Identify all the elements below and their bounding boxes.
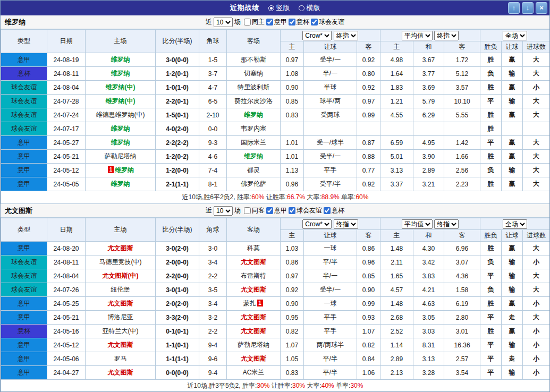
subcol-avg-home: 主 — [380, 230, 413, 242]
result-goals: 大 — [523, 269, 550, 283]
filter-checkbox[interactable] — [289, 207, 295, 214]
team-name: 特里波利斯 — [238, 83, 269, 91]
handicap-line: 受半/一 — [304, 283, 357, 297]
filter-option[interactable]: 同客 — [244, 206, 265, 215]
handicap-line: 平手 — [304, 325, 357, 338]
result-goals: 大 — [523, 67, 550, 81]
average-select[interactable]: 平均值 — [402, 31, 433, 40]
filter-option[interactable]: 意杯 — [324, 206, 344, 215]
average-final-select[interactable]: 终指 — [434, 31, 459, 40]
team-name: 尤文图斯 — [108, 341, 133, 348]
fulltime-select[interactable]: 全场 — [503, 219, 527, 229]
result-handicap: 赢 — [502, 242, 523, 255]
summary-segment: 单率: — [340, 193, 356, 201]
move-up-button[interactable]: ↑ — [508, 2, 520, 14]
filter-checkbox[interactable] — [244, 207, 251, 214]
filter-option[interactable]: 球会友谊 — [289, 206, 322, 215]
match-date: 24-08-20 — [47, 242, 86, 255]
result-goals: 大 — [523, 242, 550, 255]
away-odds: 0.87 — [357, 136, 380, 150]
result-wdl: 平 — [480, 366, 502, 380]
layout-radio-vertical[interactable]: 竖版 — [268, 3, 290, 13]
match-row: 球会友谊24-07-28维罗纳(中)2-2(0-1)6-5费拉尔皮沙洛0.85球… — [1, 95, 550, 108]
bookmaker-select[interactable]: Crow* — [302, 31, 332, 40]
team-name: 萨勒尼塔纳 — [105, 152, 137, 160]
avg-home-odds: 1.14 — [380, 338, 413, 352]
avg-away-odds: 4.36 — [444, 269, 480, 283]
title-bar-center: 近期战绩 竖版 横版 — [230, 3, 320, 13]
matches-body: 意甲24-08-20尤文图斯3-0(2-0)3-0科莫1.03一球0.861.4… — [1, 242, 550, 380]
avg-draw-odds: 3.77 — [413, 67, 444, 81]
away-team: 维罗纳 — [227, 108, 281, 122]
filter-controls: 近 10 场 同主意甲意杯球会友谊 — [206, 18, 344, 27]
avg-away-odds: 1.72 — [444, 53, 480, 67]
result-wdl: 胜 — [480, 122, 502, 136]
team-name: 维罗纳 — [115, 166, 134, 174]
league-badge: 球会友谊 — [1, 255, 47, 269]
home-team: 维罗纳(中) — [86, 81, 156, 95]
matches-body: 意甲24-08-19维罗纳3-0(0-0)1-5那不勒斯0.97受半/一0.92… — [1, 53, 550, 191]
filter-option[interactable]: 球会友谊 — [311, 18, 344, 27]
team-name: 维罗纳(中) — [106, 97, 136, 105]
away-team: 韦罗内塞 — [227, 122, 281, 136]
match-row: 意甲24-05-06罗马1-1(1-1)9-6尤文图斯1.05平/半0.842.… — [1, 352, 550, 366]
match-date: 24-08-11 — [47, 67, 86, 81]
filter-checkbox[interactable] — [289, 19, 295, 25]
col-header-league: 类型 — [1, 30, 47, 53]
team-name: 维德思维罗纳(中) — [96, 111, 145, 118]
away-team: 尤文图斯 — [227, 283, 281, 297]
league-badge: 意甲 — [1, 242, 47, 255]
filter-checkbox[interactable] — [324, 207, 331, 214]
final-odds-select[interactable]: 终指 — [334, 219, 358, 229]
subcol-handicap-result: 让球 — [502, 41, 523, 53]
avg-away-odds: 2.57 — [444, 352, 480, 366]
radio-label-vertical: 竖版 — [276, 3, 290, 13]
avg-away-odds — [444, 122, 480, 136]
home-odds: 0.83 — [281, 366, 304, 380]
summary-segment: 单率: — [334, 382, 351, 389]
summary-segment: 近10场,胜3平5负2, 胜率: — [188, 382, 257, 389]
col-header-corners: 角球 — [199, 30, 227, 53]
average-final-select[interactable]: 终指 — [434, 219, 459, 229]
corners: 2-2 — [199, 269, 227, 283]
team-name: 蒙扎 — [243, 300, 256, 307]
summary-segment: 30% — [292, 382, 305, 389]
home-team: 维罗纳(中) — [86, 95, 156, 108]
avg-home-odds: 1.21 — [380, 95, 413, 108]
subcol-avg-away: 客 — [444, 230, 480, 242]
layout-radio-horizontal[interactable]: 横版 — [299, 3, 320, 13]
filter-option[interactable]: 同主 — [244, 18, 265, 27]
filter-checkbox[interactable] — [244, 19, 251, 25]
fulltime-select[interactable]: 全场 — [503, 31, 527, 40]
filter-option[interactable]: 意杯 — [289, 18, 309, 27]
away-odds: 0.86 — [357, 242, 380, 255]
home-odds: 0.82 — [281, 325, 304, 338]
final-odds-select[interactable]: 终指 — [334, 31, 358, 40]
average-select[interactable]: 平均值 — [402, 219, 433, 229]
recent-results-window: 近期战绩 竖版 横版 ↑ ↓ × 维罗纳 近 10 场 同主意甲意杯球会友谊 — [0, 0, 550, 392]
away-team: 尤文图斯 — [227, 325, 281, 338]
rounds-select[interactable]: 10 — [214, 18, 233, 27]
result-handicap: 赢 — [502, 81, 523, 95]
bookmaker-select[interactable]: Crow* — [302, 219, 332, 229]
avg-away-odds: 2.80 — [444, 311, 480, 325]
result-wdl: 胜 — [480, 242, 502, 255]
home-team: 纽伦堡 — [86, 283, 156, 297]
filter-option[interactable]: 意甲 — [266, 18, 287, 27]
corners: 3-7 — [199, 67, 227, 81]
result-wdl: 负 — [480, 164, 502, 177]
avg-draw-odds: 4.95 — [413, 136, 444, 150]
move-down-button[interactable]: ↓ — [522, 2, 534, 14]
avg-draw-odds: 3.28 — [413, 366, 444, 380]
filter-checkbox[interactable] — [311, 19, 318, 25]
close-button[interactable]: × — [536, 2, 547, 14]
score: 2-2(0-0) — [156, 269, 199, 283]
handicap-line: 受一/球半 — [304, 136, 357, 150]
filter-checkbox[interactable] — [266, 207, 273, 214]
home-team: 博洛尼亚 — [86, 311, 156, 325]
filter-option[interactable]: 意甲 — [266, 206, 287, 215]
rounds-select[interactable]: 10 — [214, 206, 233, 216]
filter-label: 球会友谊 — [319, 18, 344, 27]
filter-checkbox[interactable] — [266, 19, 273, 25]
handicap-line: 一球 — [304, 242, 357, 255]
